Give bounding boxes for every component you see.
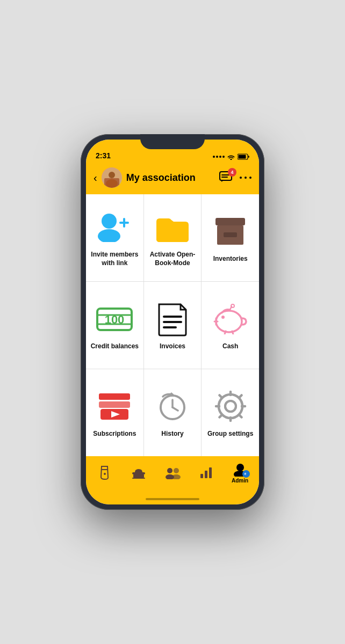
page-title: My association <box>126 172 196 184</box>
svg-point-9 <box>240 177 242 179</box>
svg-point-11 <box>249 177 251 179</box>
cash-item[interactable]: Cash <box>202 282 259 369</box>
signal-dots <box>213 156 225 158</box>
history-icon <box>156 390 189 422</box>
svg-point-27 <box>221 316 225 319</box>
phone-frame: 2:31 <box>81 134 264 510</box>
svg-rect-32 <box>99 393 130 400</box>
svg-rect-1 <box>239 155 246 159</box>
svg-rect-42 <box>132 472 145 474</box>
back-button[interactable]: ‹ <box>94 172 97 184</box>
svg-point-26 <box>216 311 242 332</box>
svg-point-48 <box>172 474 181 479</box>
svg-point-12 <box>102 214 117 229</box>
food-icon <box>131 466 146 480</box>
folder-icon <box>154 211 191 243</box>
history-label: History <box>161 430 183 438</box>
svg-rect-18 <box>224 232 237 237</box>
open-book-label: Activate Open-Book-Mode <box>148 251 197 267</box>
subscriptions-label: Subscriptions <box>93 430 136 438</box>
inventories-label: Inventories <box>213 255 248 264</box>
svg-text:e: e <box>244 472 246 475</box>
gear-icon <box>214 390 247 423</box>
invoices-label: Invoices <box>160 342 185 351</box>
group-settings-label: Group settings <box>207 430 253 438</box>
svg-point-39 <box>219 394 242 418</box>
svg-rect-43 <box>133 474 144 478</box>
group-settings-item[interactable]: Group settings <box>202 369 259 456</box>
nav-food[interactable] <box>122 466 156 480</box>
svg-point-47 <box>174 468 179 473</box>
credit-icon: 100 <box>96 304 133 334</box>
app-header: ‹ My association <box>86 163 259 194</box>
svg-rect-16 <box>215 218 245 225</box>
subscription-icon <box>96 391 133 422</box>
members-icon <box>164 466 181 479</box>
svg-point-13 <box>98 229 120 242</box>
more-button[interactable] <box>240 176 251 179</box>
svg-point-40 <box>225 401 236 412</box>
inventories-item[interactable]: Inventories <box>202 194 259 281</box>
archive-icon <box>213 215 248 247</box>
open-book-item[interactable]: Activate Open-Book-Mode <box>144 194 202 281</box>
status-icons <box>213 153 249 160</box>
phone-screen: 2:31 <box>86 140 259 504</box>
wifi-icon <box>227 153 235 160</box>
invite-members-item[interactable]: Invite members with link <box>86 194 143 281</box>
nav-stats[interactable] <box>189 466 223 479</box>
svg-rect-51 <box>209 467 212 478</box>
svg-point-29 <box>231 304 234 308</box>
bottom-nav: e Admin <box>86 456 259 494</box>
svg-rect-50 <box>205 471 207 478</box>
svg-point-45 <box>167 468 172 473</box>
chat-button[interactable]: 4 <box>219 171 233 184</box>
invite-members-label: Invite members with link <box>90 251 139 267</box>
credit-balances-label: Credit balances <box>91 342 139 351</box>
nav-members[interactable] <box>156 466 190 479</box>
svg-rect-44 <box>132 478 145 479</box>
nav-drinks[interactable] <box>88 465 122 480</box>
invoice-icon <box>156 302 189 336</box>
svg-point-41 <box>104 473 106 475</box>
stats-icon <box>199 466 213 479</box>
svg-point-52 <box>236 464 244 471</box>
subscriptions-item[interactable]: Subscriptions <box>86 369 143 456</box>
svg-rect-33 <box>99 401 130 408</box>
credit-balances-item[interactable]: 100 Credit balances <box>86 282 143 369</box>
status-time: 2:31 <box>96 151 111 160</box>
menu-grid: Invite members with link Activate Open-B… <box>86 194 259 456</box>
svg-point-3 <box>109 172 115 178</box>
history-item[interactable]: History <box>144 369 202 456</box>
avatar <box>102 167 122 188</box>
admin-badge-icon: e <box>244 472 248 476</box>
svg-point-10 <box>245 177 247 179</box>
cash-label: Cash <box>222 342 238 351</box>
drink-icon <box>98 465 111 480</box>
home-indicator <box>86 494 259 504</box>
svg-rect-5 <box>104 178 119 188</box>
nav-admin[interactable]: e Admin <box>223 463 257 484</box>
more-icon <box>240 176 251 179</box>
admin-label: Admin <box>232 478 248 484</box>
battery-icon <box>238 153 249 160</box>
svg-rect-49 <box>200 474 203 478</box>
invoices-item[interactable]: Invoices <box>144 282 202 369</box>
notification-badge: 4 <box>228 168 236 177</box>
add-user-icon <box>96 213 133 242</box>
piggy-icon <box>211 303 250 334</box>
notch <box>140 134 205 149</box>
